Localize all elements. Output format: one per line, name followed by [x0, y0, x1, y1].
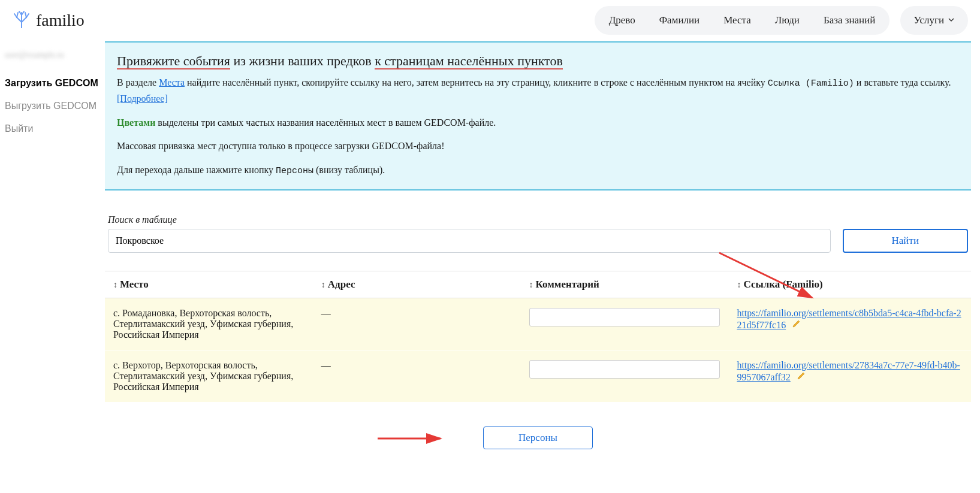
annotation-arrow-2: [375, 431, 447, 446]
table-row: с. Ромадановка, Верхоторская волость, Ст…: [105, 298, 971, 350]
nav-services[interactable]: Услуги: [900, 6, 968, 35]
info-para1: В разделе Места найдите населённый пункт…: [117, 75, 959, 107]
info-box: Привяжите события из жизни ваших предков…: [105, 41, 971, 190]
logo-text: familio: [36, 11, 85, 30]
cell-address: —: [313, 298, 521, 350]
header: familio Древо Фамилии Места Люди База зн…: [0, 0, 980, 41]
search-row: Найти: [108, 229, 968, 253]
logo[interactable]: familio: [12, 9, 85, 32]
info-para4: Для перехода дальше нажмите кнопку Персо…: [117, 162, 959, 179]
th-comment-label: Комментарий: [536, 279, 599, 290]
sort-icon: ↕: [321, 280, 325, 289]
th-place-label: Место: [120, 279, 149, 290]
search-input[interactable]: [108, 229, 831, 253]
p4-b: (внизу таблицы).: [313, 165, 385, 175]
cell-link: https://familio.org/settlements/c8b5bda5…: [728, 298, 971, 350]
th-comment[interactable]: ↕Комментарий: [521, 271, 729, 298]
sidebar: user@example.ru Загрузить GEDCOM Выгрузи…: [0, 41, 105, 467]
sort-icon: ↕: [529, 280, 533, 289]
nav-surnames[interactable]: Фамилии: [647, 8, 712, 32]
tree-icon: [12, 9, 31, 32]
nav-tree[interactable]: Древо: [597, 8, 647, 32]
sidebar-load-gedcom[interactable]: Загрузить GEDCOM: [5, 72, 100, 95]
sidebar-export-gedcom[interactable]: Выгрузить GEDCOM: [5, 95, 100, 117]
p1-b: найдите населённый пункт, скопируйте ссы…: [185, 77, 768, 87]
th-address[interactable]: ↕Адрес: [313, 271, 521, 298]
more-link[interactable]: [Подробнее]: [117, 93, 168, 104]
title-part2: из жизни ваших предков: [230, 53, 375, 68]
sidebar-email: user@example.ru: [5, 50, 100, 60]
p1-code: Ссылка (Familio): [768, 78, 854, 89]
cell-comment: [521, 298, 729, 350]
table-row: с. Верхотор, Верхоторская волость, Стерл…: [105, 350, 971, 402]
p1-c: и вставьте туда ссылку.: [854, 77, 951, 87]
th-link[interactable]: ↕Ссылка (Familio): [728, 271, 971, 298]
nav-group: Древо Фамилии Места Люди База знаний: [595, 6, 890, 35]
cell-place: с. Ромадановка, Верхоторская волость, Ст…: [105, 298, 313, 350]
th-link-label: Ссылка (Familio): [743, 279, 822, 290]
sort-icon: ↕: [737, 280, 741, 289]
svg-line-1: [17, 17, 22, 22]
info-para3: Массовая привязка мест доступна только в…: [117, 138, 959, 154]
title-part1: Привяжите события: [117, 53, 230, 68]
search-section: Поиск в таблице Найти: [105, 214, 971, 253]
places-table: ↕Место ↕Адрес ↕Комментарий ↕Ссылка (Fami…: [105, 271, 971, 403]
cell-place: с. Верхотор, Верхоторская волость, Стерл…: [105, 350, 313, 402]
content: user@example.ru Загрузить GEDCOM Выгрузи…: [0, 41, 980, 467]
nav-services-label: Услуги: [913, 14, 944, 26]
th-place[interactable]: ↕Место: [105, 271, 313, 298]
info-title: Привяжите события из жизни ваших предков…: [117, 53, 563, 69]
settlement-link[interactable]: https://familio.org/settlements/27834a7c…: [737, 360, 960, 382]
chevron-down-icon: [948, 14, 955, 26]
p4-a: Для перехода дальше нажмите кнопку: [117, 165, 276, 175]
footer-button-wrap: Персоны: [105, 427, 971, 449]
nav: Древо Фамилии Места Люди База знаний Усл…: [595, 6, 968, 35]
settlement-link[interactable]: https://familio.org/settlements/c8b5bda5…: [737, 308, 961, 330]
p2-rest: выделены три самых частых названия насел…: [155, 117, 496, 128]
p4-code: Персоны: [276, 166, 313, 176]
cell-address: —: [313, 350, 521, 402]
nav-people[interactable]: Люди: [763, 8, 812, 32]
nav-places[interactable]: Места: [711, 8, 763, 32]
table-wrapper: ↕Место ↕Адрес ↕Комментарий ↕Ссылка (Fami…: [105, 271, 971, 403]
th-address-label: Адрес: [328, 279, 355, 290]
sort-icon: ↕: [113, 280, 117, 289]
cell-comment: [521, 350, 729, 402]
p1-a: В разделе: [117, 77, 159, 87]
cell-link: https://familio.org/settlements/27834a7c…: [728, 350, 971, 402]
sidebar-logout[interactable]: Выйти: [5, 117, 100, 140]
title-part3: к страницам населённых пунктов: [375, 53, 563, 68]
comment-input[interactable]: [529, 360, 720, 379]
search-label: Поиск в таблице: [108, 214, 968, 225]
info-para2: Цветами выделены три самых частых назван…: [117, 115, 959, 131]
comment-input[interactable]: [529, 308, 720, 326]
pencil-icon[interactable]: [797, 371, 806, 383]
p2-green: Цветами: [117, 117, 155, 128]
persons-button[interactable]: Персоны: [483, 427, 593, 449]
svg-line-7: [25, 13, 26, 17]
nav-knowledge[interactable]: База знаний: [812, 8, 887, 32]
pencil-icon[interactable]: [792, 319, 801, 331]
svg-line-5: [17, 13, 18, 17]
main: Привяжите события из жизни ваших предков…: [105, 41, 980, 467]
search-button[interactable]: Найти: [843, 229, 968, 253]
places-link[interactable]: Места: [159, 77, 185, 87]
svg-line-2: [22, 17, 26, 22]
